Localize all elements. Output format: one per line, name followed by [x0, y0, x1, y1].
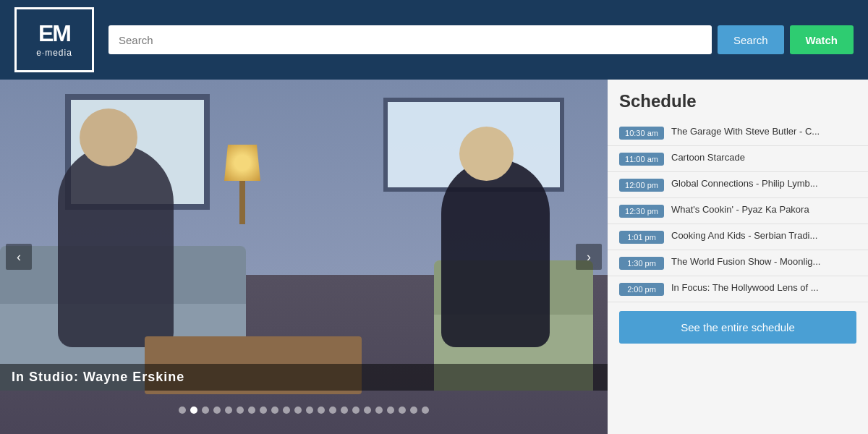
schedule-time-0: 10:30 am — [619, 127, 664, 140]
hero-area: ‹ › In Studio: Wayne Erskine — [0, 80, 608, 434]
schedule-time-5: 1:30 pm — [619, 257, 664, 270]
schedule-show-4: Cooking And Kids - Serbian Tradi... — [671, 230, 817, 242]
carousel-arrow-right[interactable]: › — [576, 244, 602, 270]
carousel-dot-8[interactable] — [271, 407, 278, 414]
schedule-item-3[interactable]: 12:30 pmWhat's Cookin' - Pyaz Ka Pakora — [608, 198, 868, 224]
carousel-dot-9[interactable] — [283, 407, 290, 414]
schedule-show-2: Global Connections - Philip Lymb... — [671, 178, 818, 190]
carousel-dot-4[interactable] — [225, 407, 232, 414]
schedule-item-0[interactable]: 10:30 amThe Garage With Steve Butler - C… — [608, 120, 868, 146]
carousel-dot-16[interactable] — [364, 407, 371, 414]
schedule-time-1: 11:00 am — [619, 153, 664, 166]
carousel-dot-17[interactable] — [375, 407, 383, 414]
logo-em-text: EM — [38, 22, 70, 45]
schedule-panel: Schedule 10:30 amThe Garage With Steve B… — [608, 80, 868, 434]
watch-button[interactable]: Watch — [790, 25, 854, 54]
schedule-time-3: 12:30 pm — [619, 205, 664, 218]
schedule-show-5: The World Fusion Show - Moonlig... — [671, 256, 820, 268]
logo-subtitle: e·media — [36, 48, 72, 58]
carousel-dot-3[interactable] — [213, 407, 221, 414]
schedule-show-0: The Garage With Steve Butler - C... — [671, 126, 820, 138]
carousel-dot-20[interactable] — [410, 407, 417, 414]
schedule-item-5[interactable]: 1:30 pmThe World Fusion Show - Moonlig..… — [608, 250, 868, 276]
carousel-dot-7[interactable] — [260, 407, 267, 414]
schedule-title: Schedule — [608, 91, 868, 120]
search-input[interactable] — [109, 25, 712, 54]
carousel-dot-11[interactable] — [306, 407, 313, 414]
hero-caption: In Studio: Wayne Erskine — [0, 364, 608, 391]
schedule-time-4: 1:01 pm — [619, 231, 664, 244]
carousel-dot-2[interactable] — [202, 407, 209, 414]
schedule-items-list: 10:30 amThe Garage With Steve Butler - C… — [608, 120, 868, 302]
carousel-dot-15[interactable] — [352, 407, 359, 414]
schedule-show-1: Cartoon Starcade — [671, 152, 745, 164]
carousel-dot-5[interactable] — [237, 407, 244, 414]
schedule-item-2[interactable]: 12:00 pmGlobal Connections - Philip Lymb… — [608, 172, 868, 198]
carousel-dot-0[interactable] — [179, 407, 186, 414]
schedule-time-6: 2:00 pm — [619, 283, 664, 296]
schedule-item-1[interactable]: 11:00 amCartoon Starcade — [608, 146, 868, 172]
schedule-time-2: 12:00 pm — [619, 179, 664, 192]
person-left — [58, 145, 174, 347]
lamp-shade — [224, 145, 260, 181]
person-right — [441, 159, 550, 347]
schedule-item-6[interactable]: 2:00 pmIn Focus: The Hollywood Lens of .… — [608, 276, 868, 302]
schedule-show-3: What's Cookin' - Pyaz Ka Pakora — [671, 204, 809, 216]
carousel-dot-13[interactable] — [329, 407, 336, 414]
schedule-show-6: In Focus: The Hollywood Lens of ... — [671, 282, 819, 294]
carousel-dot-14[interactable] — [341, 407, 348, 414]
carousel-dot-6[interactable] — [248, 407, 255, 414]
carousel-dots — [0, 407, 608, 414]
person-left-head — [80, 109, 137, 166]
search-button[interactable]: Search — [718, 25, 784, 54]
carousel-dot-1[interactable] — [190, 407, 197, 414]
lamp-base — [239, 181, 245, 224]
room-lamp — [224, 145, 260, 231]
see-schedule-button[interactable]: See the entire schedule — [619, 311, 856, 344]
logo: EM e·media — [14, 7, 94, 72]
main-content: ‹ › In Studio: Wayne Erskine Schedule 10… — [0, 80, 868, 434]
carousel-dot-12[interactable] — [318, 407, 325, 414]
schedule-item-4[interactable]: 1:01 pmCooking And Kids - Serbian Tradi.… — [608, 224, 868, 250]
hero-caption-text: In Studio: Wayne Erskine — [12, 370, 184, 384]
carousel-arrow-left[interactable]: ‹ — [6, 244, 32, 270]
carousel-dot-19[interactable] — [399, 407, 406, 414]
carousel-dot-21[interactable] — [422, 407, 429, 414]
carousel-dot-18[interactable] — [387, 407, 394, 414]
person-right-head — [459, 127, 514, 181]
header: EM e·media Search Watch — [0, 0, 868, 80]
search-area: Search Watch — [109, 25, 854, 54]
carousel-dot-10[interactable] — [294, 407, 302, 414]
